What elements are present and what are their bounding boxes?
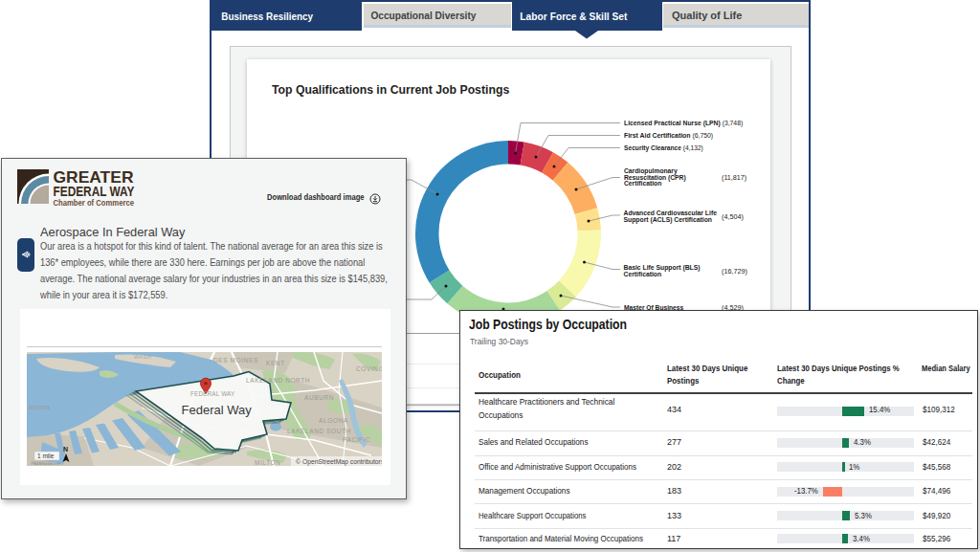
svg-text:KENT: KENT [266,360,285,366]
svg-text:Federal Way: Federal Way [182,403,253,417]
svg-text:FEDERAL WAY: FEDERAL WAY [190,390,235,397]
svg-text:1 mile: 1 mile [37,453,55,459]
svg-text:LAKELAND NORTH: LAKELAND NORTH [246,377,310,384]
svg-text:DES MOINES: DES MOINES [213,357,258,364]
svg-text:MILTON: MILTON [255,459,281,466]
svg-text:© OpenStreetMap contributors: © OpenStreetMap contributors [296,458,382,466]
svg-text:acoma: acoma [29,404,51,410]
svg-text:WASH: WASH [134,354,152,360]
svg-text:Chamber of Commerce: Chamber of Commerce [54,198,135,208]
svg-text:ALGONA: ALGONA [319,417,348,424]
svg-text:COVING: COVING [356,365,382,372]
svg-text:AUBURN: AUBURN [304,394,334,401]
svg-text:ASHPOIN: ASHPOIN [31,460,53,466]
svg-text:N: N [63,446,68,453]
svg-text:PACIFIC: PACIFIC [343,436,370,443]
svg-text:LAKELAND SOUTH: LAKELAND SOUTH [287,428,351,434]
